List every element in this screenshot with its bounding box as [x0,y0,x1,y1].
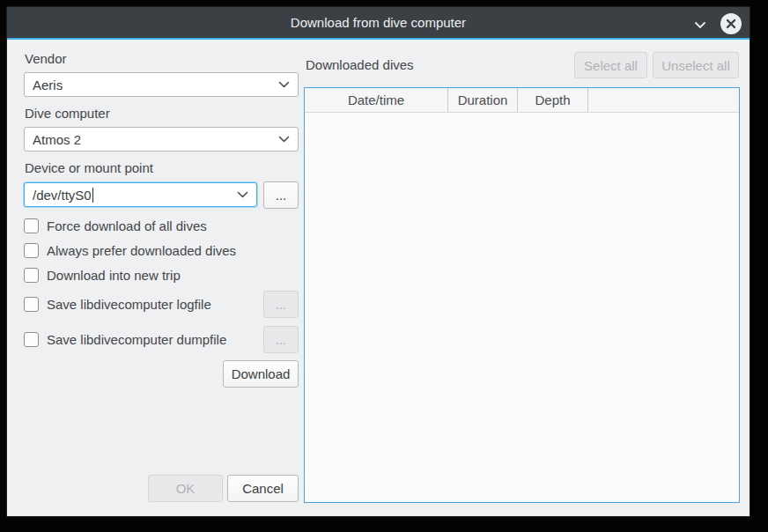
checkbox-icon[interactable] [24,297,39,312]
device-input[interactable]: /dev/ttyS0 [24,182,257,207]
checkbox-icon[interactable] [24,218,39,233]
column-header-depth[interactable]: Depth [518,88,588,112]
column-header-blank[interactable] [588,88,739,112]
text-cursor [92,188,93,203]
checkbox-label: Download into new trip [47,268,181,283]
dive-computer-select[interactable]: Atmos 2 [24,127,299,151]
chevron-down-icon [278,81,290,88]
dive-table-body[interactable] [305,113,739,502]
download-dialog: Download from dive computer Vendor Aeris… [7,7,750,516]
shade-button[interactable] [691,15,709,33]
checkbox-label: Force download of all dives [47,218,207,233]
vendor-label: Vendor [25,51,67,66]
downloaded-dives-label: Downloaded dives [306,57,414,72]
device-label: Device or mount point [25,160,153,175]
close-icon [726,17,736,32]
column-header-duration[interactable]: Duration [448,88,518,112]
dumpfile-browse-button[interactable]: ... [263,326,299,353]
checkbox-save-dumpfile[interactable]: Save libdivecomputer dumpfile [24,326,299,353]
download-button[interactable]: Download [223,360,299,388]
checkbox-force-download[interactable]: Force download of all dives [24,218,207,233]
chevron-down-icon [694,17,706,32]
device-value: /dev/ttyS0 [33,188,92,203]
dive-table[interactable]: Date/time Duration Depth [304,87,740,503]
dive-computer-label: Dive computer [25,106,110,121]
chevron-down-icon [237,191,248,198]
select-all-button[interactable]: Select all [574,52,647,78]
window-title: Download from dive computer [291,15,466,30]
checkbox-icon[interactable] [24,268,39,283]
unselect-all-button[interactable]: Unselect all [653,52,739,78]
chevron-down-icon [278,136,290,143]
checkbox-label: Save libdivecomputer dumpfile [47,332,226,347]
checkbox-label: Always prefer downloaded dives [47,243,236,258]
titlebar[interactable]: Download from dive computer [7,7,750,40]
dive-computer-value: Atmos 2 [33,132,81,147]
vendor-select[interactable]: Aeris [24,72,299,97]
checkbox-prefer-downloaded[interactable]: Always prefer downloaded dives [24,243,236,258]
logfile-browse-button[interactable]: ... [263,291,299,318]
cancel-button[interactable]: Cancel [227,475,299,502]
device-browse-button[interactable]: ... [263,181,299,209]
checkbox-icon[interactable] [24,243,39,258]
checkbox-icon[interactable] [24,332,39,347]
checkbox-save-logfile[interactable]: Save libdivecomputer logfile [24,291,299,318]
ok-button[interactable]: OK [148,475,223,502]
vendor-value: Aeris [33,78,63,92]
close-button[interactable] [720,13,742,34]
checkbox-label: Save libdivecomputer logfile [47,297,211,312]
column-header-datetime[interactable]: Date/time [305,88,448,112]
screen: Download from dive computer Vendor Aeris… [0,0,768,532]
checkbox-new-trip[interactable]: Download into new trip [24,268,181,283]
dive-table-header: Date/time Duration Depth [305,88,739,113]
